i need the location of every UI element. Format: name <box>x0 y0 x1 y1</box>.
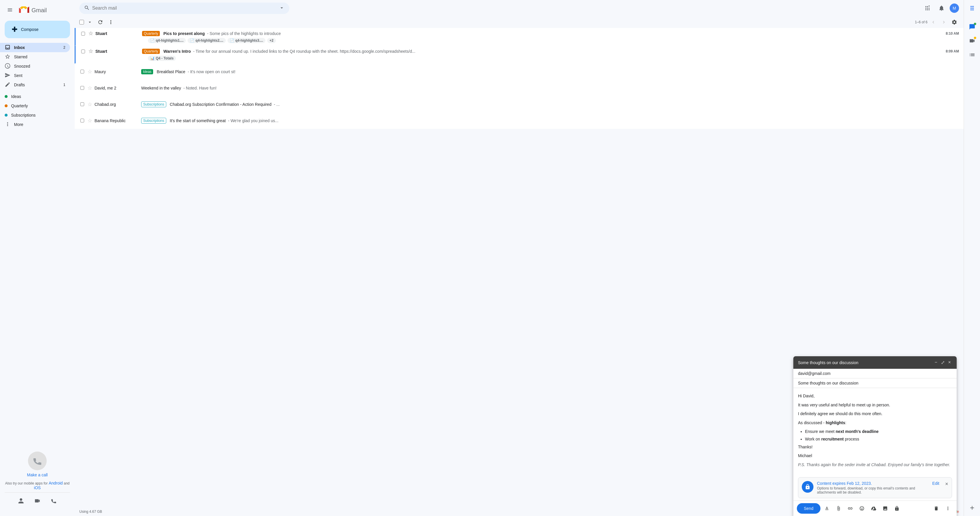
photo-button[interactable] <box>880 503 891 514</box>
star-icon[interactable]: ☆ <box>88 101 92 108</box>
tasks-icon[interactable] <box>966 49 978 60</box>
sidebar-item-quarterly[interactable]: Quarterly <box>0 101 70 111</box>
prev-page-button[interactable] <box>929 17 938 27</box>
snoozed-icon <box>5 63 11 70</box>
emoji-button[interactable] <box>857 503 867 514</box>
refresh-button[interactable] <box>95 17 105 27</box>
compose-minimize-icon[interactable]: − <box>933 359 938 366</box>
android-link[interactable]: Android <box>49 481 63 485</box>
next-page-button[interactable] <box>939 17 948 27</box>
sidebar-item-drafts[interactable]: Drafts 1 <box>0 80 70 89</box>
settings-button[interactable] <box>950 17 959 27</box>
quarterly-label: Quarterly <box>11 103 28 108</box>
star-icon[interactable]: ☆ <box>88 68 92 75</box>
search-input[interactable] <box>92 6 277 11</box>
ios-link[interactable]: iOS <box>34 485 41 490</box>
add-panel-icon[interactable] <box>966 502 978 514</box>
meet-panel-icon[interactable] <box>966 35 978 47</box>
compose-expand-icon[interactable]: ⤢ <box>940 359 946 366</box>
sidebar-item-ideas[interactable]: Ideas <box>0 92 70 101</box>
storage-text: Using 4.67 GB <box>80 510 102 514</box>
expiry-text: Content expires Feb 12, 2023. Options to… <box>817 481 926 494</box>
apps-button[interactable] <box>922 2 933 14</box>
email-snippet: - Noted. Have fun! <box>183 86 217 90</box>
link-button[interactable] <box>845 503 856 514</box>
sent-icon <box>5 72 11 79</box>
email-row[interactable]: ☆ Stuart Quarterly Warren's Intro - Time… <box>75 46 964 64</box>
chat-icon[interactable] <box>966 21 978 33</box>
body-p2: I definitely agree we should do this mor… <box>798 410 952 417</box>
select-all-checkbox[interactable] <box>80 20 84 24</box>
compose-subject-field[interactable]: Some thoughts on our discussion <box>793 378 957 388</box>
contacts-icon[interactable] <box>15 495 27 506</box>
email-content: Subscriptions Chabad.org Subscription Co… <box>141 102 939 107</box>
email-checkbox[interactable] <box>80 70 85 73</box>
star-icon[interactable]: ☆ <box>88 85 92 91</box>
bottom-icons-bar <box>5 492 70 509</box>
search-bar[interactable] <box>80 3 290 14</box>
meet-icon[interactable] <box>32 495 43 506</box>
attachment-chip[interactable]: 📄 q4-highlights1.... <box>148 38 186 43</box>
email-checkbox[interactable] <box>80 119 85 122</box>
email-row[interactable]: ☆ Stuart Quarterly Pics to present along… <box>75 28 964 46</box>
expiry-title: Content expires Feb 12, 2023. <box>817 481 926 486</box>
email-snippet: - Some pics of the highlights to introdu… <box>207 31 281 36</box>
star-icon[interactable]: ☆ <box>88 30 93 37</box>
search-arrow-icon[interactable] <box>279 5 285 12</box>
email-row[interactable]: ☆ Banana Republic Subscriptions It's the… <box>75 113 964 129</box>
sidebar-item-sent[interactable]: Sent <box>0 71 70 80</box>
compose-header[interactable]: Some thoughts on our discussion − ⤢ × <box>793 356 957 369</box>
confidential-button[interactable] <box>892 503 902 514</box>
email-sender: Stuart <box>95 31 142 36</box>
compose-window: Some thoughts on our discussion − ⤢ × da… <box>793 356 957 516</box>
google-apps-icon[interactable] <box>966 2 978 14</box>
sidebar-inbox-label: Inbox <box>14 45 25 50</box>
compose-close-icon[interactable]: × <box>947 359 952 366</box>
format-button[interactable] <box>822 503 832 514</box>
menu-icon[interactable] <box>5 5 15 16</box>
attachment-name: q4-highlights1.... <box>156 38 183 43</box>
attach-button[interactable] <box>833 503 844 514</box>
attachment-chip[interactable]: 📄 q4-highlights2.... <box>188 38 226 43</box>
star-icon[interactable]: ☆ <box>88 117 92 124</box>
expiry-edit-button[interactable]: Edit <box>932 481 939 486</box>
right-panel <box>964 0 980 516</box>
make-call-section: Make a call Also try our mobile apps for… <box>5 452 70 490</box>
email-row[interactable]: ☆ Chabad.org Subscriptions Chabad.org Su… <box>75 96 964 113</box>
notifications-button[interactable] <box>935 2 947 14</box>
send-button[interactable]: Send <box>797 503 821 514</box>
drafts-label: Drafts <box>14 83 25 87</box>
compose-to-field[interactable]: david@gmail.com <box>793 369 957 378</box>
attachment-chip[interactable]: 📄 q4-highlights3.... <box>228 38 266 43</box>
sidebar-item-subscriptions[interactable]: Subscriptions <box>0 111 70 120</box>
more-icon <box>5 121 11 128</box>
star-icon[interactable]: ☆ <box>88 48 93 54</box>
make-call-link[interactable]: Make a call <box>27 473 48 477</box>
email-subject: Pics to present along <box>163 31 205 36</box>
select-dropdown-button[interactable] <box>85 17 94 27</box>
email-row[interactable]: ☆ David, me 2 Weekend in the valley - No… <box>75 80 964 96</box>
sidebar-item-snoozed[interactable]: Snoozed <box>0 62 70 71</box>
quarterly-tag: Quarterly <box>142 31 160 36</box>
email-checkbox[interactable] <box>80 102 85 106</box>
email-checkbox[interactable] <box>80 32 86 36</box>
more-compose-options[interactable] <box>943 503 953 514</box>
doc-chip-item[interactable]: 📊 Q4 - Totals <box>148 56 176 61</box>
email-content: Quarterly Pics to present along - Some p… <box>142 31 939 36</box>
bullet-2: Work on recruitment process <box>805 436 952 442</box>
more-options-button[interactable] <box>106 17 116 27</box>
phone-icon[interactable] <box>48 495 59 506</box>
delete-draft-button[interactable] <box>931 503 942 514</box>
email-checkbox[interactable] <box>80 86 85 90</box>
doc-chip-name: Q4 - Totals <box>156 56 173 60</box>
avatar[interactable]: M <box>950 3 959 13</box>
compose-button[interactable]: ✚ Compose <box>5 21 70 38</box>
sidebar-item-more[interactable]: More <box>0 120 70 129</box>
email-row[interactable]: ☆ Maury Ideas Breakfast Place - It's now… <box>75 64 964 80</box>
sidebar-item-starred[interactable]: Starred <box>0 52 70 62</box>
compose-body[interactable]: Hi David, It was very useful and helpful… <box>793 388 957 475</box>
sidebar-item-inbox[interactable]: Inbox 2 <box>0 43 70 52</box>
expiry-close-button[interactable]: × <box>945 481 948 487</box>
drive-button[interactable] <box>868 503 879 514</box>
email-checkbox[interactable] <box>80 49 86 53</box>
